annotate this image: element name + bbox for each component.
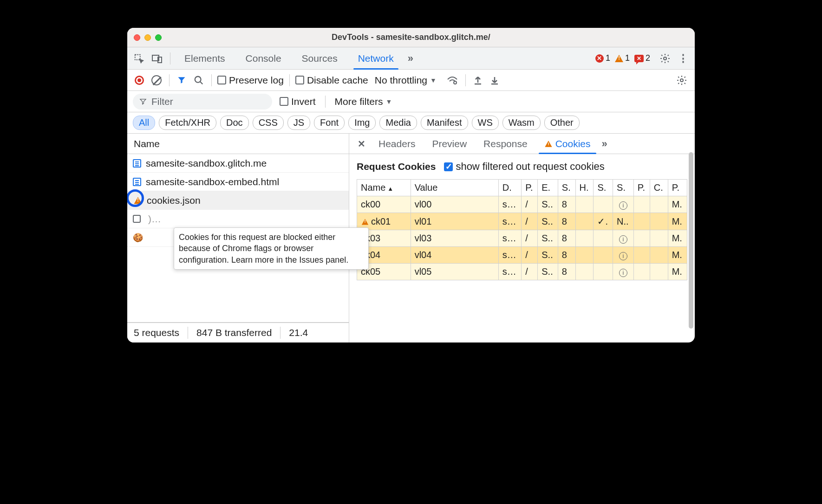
network-settings-icon[interactable] [674,73,689,88]
preserve-log-checkbox[interactable]: Preserve log [217,75,284,86]
separator [170,52,170,65]
invert-checkbox[interactable]: Invert [280,96,316,107]
request-row[interactable]: cookies.json [127,191,349,210]
record-button[interactable] [133,74,146,87]
kebab-menu-icon[interactable]: ⋮ [676,51,690,66]
chevron-down-icon: ▼ [430,77,437,84]
separator [280,327,281,339]
cookies-header-row: Name▲ Value D. P. E. S. H. S. S. P. C. P… [357,180,687,196]
more-filters-dropdown[interactable]: More filters▼ [335,96,392,107]
svg-point-6 [680,79,683,82]
col-crosssite[interactable]: C. [650,180,668,196]
tab-response[interactable]: Response [476,134,535,154]
col-httponly[interactable]: H. [575,180,594,196]
type-pill-other[interactable]: Other [544,116,580,130]
download-har-icon[interactable] [488,73,501,87]
col-expires[interactable]: E. [538,180,558,196]
type-pill-wasm[interactable]: Wasm [502,116,541,130]
type-pill-doc[interactable]: Doc [220,116,249,130]
cookie-row[interactable]: ck04vl04s…/S..8iM. [357,247,687,264]
titlebar: DevTools - samesite-sandbox.glitch.me/ [127,28,695,47]
col-path[interactable]: P. [522,180,538,196]
scrollbar[interactable] [688,134,694,342]
clear-button[interactable] [150,73,163,87]
window-title: DevTools - samesite-sandbox.glitch.me/ [127,32,695,42]
warnings-count: 1 [625,53,630,63]
devtools-window: DevTools - samesite-sandbox.glitch.me/ E… [127,28,695,342]
filter-input[interactable]: Filter [133,94,272,110]
filter-placeholder: Filter [151,96,173,107]
cookie-row[interactable]: ck01vl01s…/S..8✓.N..M. [357,213,687,230]
scroll-thumb[interactable] [689,152,693,329]
show-filtered-checkbox[interactable]: show filtered out request cookies [444,161,604,173]
request-row[interactable]: samesite-sandbox-embed.html [127,173,349,191]
errors-badge[interactable]: ✕1 [595,53,610,63]
tab-preview[interactable]: Preview [424,134,474,154]
messages-badge[interactable]: ✕2 [634,53,650,63]
tab-console[interactable]: Console [237,47,290,69]
type-pill-media[interactable]: Media [379,116,417,130]
request-row[interactable]: )… [127,210,349,228]
col-value[interactable]: Value [411,180,498,196]
warning-icon [545,141,552,147]
cookie-row[interactable]: ck05vl05s…/S..8iM. [357,264,687,280]
detail-tabs: ✕ Headers Preview Response Cookies » [349,134,695,154]
disable-cache-checkbox[interactable]: Disable cache [295,75,368,86]
cookies-body: Request Cookies show filtered out reques… [349,154,695,342]
close-detail-icon[interactable]: ✕ [354,138,369,149]
status-bar: 5 requests 847 B transferred 21.4 [127,322,349,342]
filter-toggle-icon[interactable] [175,74,188,87]
type-pill-fetch[interactable]: Fetch/XHR [159,116,216,130]
more-tabs-icon[interactable]: » [406,51,415,66]
type-pill-manifest[interactable]: Manifest [421,116,468,130]
col-size[interactable]: S. [558,180,575,196]
name-column-header[interactable]: Name [127,134,349,154]
col-samesite[interactable]: S. [613,180,634,196]
type-pill-font[interactable]: Font [314,116,345,130]
settings-icon[interactable] [658,51,672,66]
separator [465,74,466,86]
type-pill-js[interactable]: JS [287,116,310,130]
request-name: samesite-sandbox-embed.html [146,176,279,187]
type-pill-img[interactable]: Img [348,116,376,130]
cookie-row[interactable]: ck00vl00s…/S..8iM. [357,196,687,213]
load-time: 21.4 [289,327,308,338]
upload-har-icon[interactable] [471,73,484,87]
col-name[interactable]: Name▲ [357,180,411,196]
separator [211,74,212,86]
type-pill-all[interactable]: All [133,116,155,130]
tab-sources[interactable]: Sources [294,47,346,69]
main-tabs: Elements Console Sources Network » ✕1 1 … [127,47,695,70]
messages-count: 2 [646,53,650,63]
request-row[interactable]: samesite-sandbox.glitch.me [127,154,349,173]
svg-point-5 [454,81,457,84]
type-pill-css[interactable]: CSS [253,116,284,130]
network-conditions-icon[interactable] [445,74,460,87]
col-secure[interactable]: S. [594,180,613,196]
tab-cookies[interactable]: Cookies [537,134,598,154]
cookie-row[interactable]: ck03vl03s…/S..8iM. [357,230,687,247]
tab-headers[interactable]: Headers [371,134,423,154]
more-detail-tabs-icon[interactable]: » [600,136,609,152]
request-name-truncated: )… [148,213,161,225]
more-filters-label: More filters [335,96,383,107]
tab-network[interactable]: Network [350,47,402,69]
type-pill-ws[interactable]: WS [472,116,499,130]
issue-badges[interactable]: ✕1 1 ✕2 [595,53,650,63]
warnings-badge[interactable]: 1 [615,53,630,63]
col-priority[interactable]: P. [668,180,687,196]
sort-asc-icon: ▲ [387,185,393,192]
network-toolbar: Preserve log Disable cache No throttling… [127,70,695,91]
tab-elements[interactable]: Elements [176,47,234,69]
type-filter-bar: All Fetch/XHR Doc CSS JS Font Img Media … [127,112,695,134]
throttling-select[interactable]: No throttling▼ [375,75,437,86]
device-toolbar-icon[interactable] [150,52,164,65]
col-domain[interactable]: D. [498,180,521,196]
search-icon[interactable] [192,73,206,87]
show-filtered-label: show filtered out request cookies [456,161,604,173]
inspect-element-icon[interactable] [132,52,146,65]
col-partition[interactable]: P. [633,180,650,196]
document-icon [133,159,141,168]
chevron-down-icon: ▼ [385,98,392,105]
disable-cache-label: Disable cache [307,75,368,86]
